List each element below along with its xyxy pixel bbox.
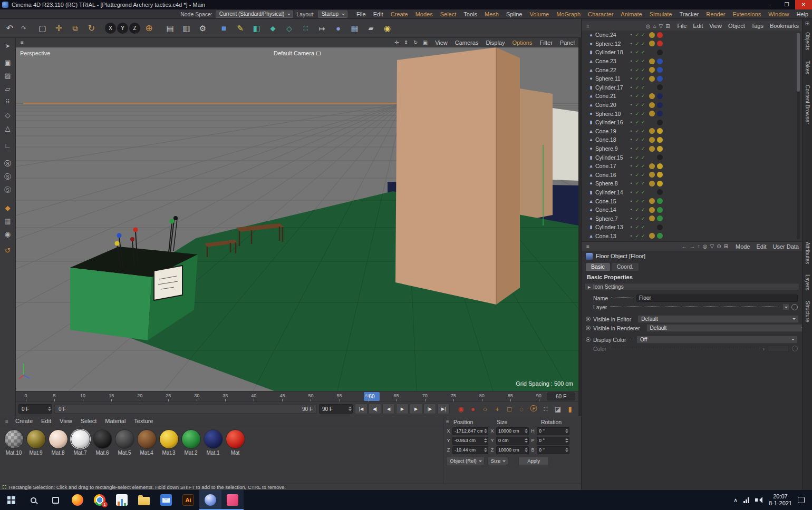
- object-row[interactable]: ▮ Cylinder.17 • ✓ ✓: [582, 83, 802, 92]
- material-tag-icon[interactable]: [657, 181, 663, 187]
- material-tag-icon[interactable]: [649, 163, 655, 169]
- visibility-dot-icon[interactable]: •: [628, 129, 634, 134]
- y-axis-lock-icon[interactable]: Y: [117, 23, 128, 34]
- visible-editor-toggle-icon[interactable]: [586, 317, 591, 321]
- taskbar-search-button[interactable]: [22, 490, 44, 510]
- object-row[interactable]: ● Sphere.11 • ✓ ✓: [582, 74, 802, 83]
- menu-character[interactable]: Character: [584, 9, 617, 19]
- visibility-dot-icon[interactable]: •: [628, 146, 634, 151]
- network-icon[interactable]: [743, 497, 749, 503]
- field-icon[interactable]: ↦: [314, 21, 330, 36]
- camera-label[interactable]: Default Camera: [16, 50, 578, 56]
- record-rotation-button[interactable]: ◌: [516, 404, 527, 414]
- enabled-check-icon[interactable]: ✓: [634, 199, 640, 204]
- visibility-dot-icon[interactable]: •: [628, 216, 634, 221]
- cinema4d-taskbar-app[interactable]: [199, 490, 221, 510]
- workplane-mode-icon[interactable]: ▱: [2, 83, 14, 94]
- position-field[interactable]: [452, 437, 488, 445]
- search-icon[interactable]: ◎: [646, 23, 651, 29]
- enabled-check-icon[interactable]: ✓: [634, 181, 640, 186]
- menu-window[interactable]: Window: [765, 9, 792, 19]
- enabled-check-icon[interactable]: ✓: [634, 41, 640, 46]
- visibility-dot-icon[interactable]: •: [628, 93, 634, 99]
- material-tag-icon[interactable]: [657, 215, 663, 221]
- move-tool-icon[interactable]: ✛: [51, 21, 66, 36]
- enabled-check-icon[interactable]: ✓: [634, 224, 640, 230]
- material-tile[interactable]: Mat.10: [3, 430, 24, 456]
- mat-menu-select[interactable]: Select: [76, 418, 101, 424]
- deform-check-icon[interactable]: ✓: [640, 216, 646, 221]
- divider-icon[interactable]: [211, 26, 215, 30]
- enabled-check-icon[interactable]: ✓: [634, 32, 640, 37]
- quantize-icon[interactable]: Ⓢ: [2, 172, 14, 182]
- deform-check-icon[interactable]: ✓: [640, 233, 646, 239]
- minimize-button[interactable]: –: [761, 0, 778, 9]
- deform-check-icon[interactable]: ✓: [640, 67, 646, 73]
- visibility-dot-icon[interactable]: •: [628, 111, 634, 116]
- enabled-check-icon[interactable]: ✓: [634, 146, 640, 151]
- object-row[interactable]: ▲ Cone.17 • ✓ ✓: [582, 162, 802, 171]
- notification-center-icon[interactable]: [798, 497, 805, 503]
- side-tab-layers[interactable]: Layers: [805, 273, 810, 292]
- mograph-cloner-icon[interactable]: ∷: [298, 21, 313, 36]
- om-menu-bookmarks[interactable]: Bookmarks: [767, 23, 802, 29]
- menu-modes[interactable]: Modes: [412, 9, 437, 19]
- record-scale-button[interactable]: □: [504, 404, 515, 414]
- menu-select[interactable]: Select: [437, 9, 460, 19]
- pan-view-icon[interactable]: ✛: [393, 40, 400, 45]
- menu-tracker[interactable]: Tracker: [675, 9, 702, 19]
- object-row[interactable]: ▮ Cylinder.15 • ✓ ✓: [582, 153, 802, 162]
- deform-check-icon[interactable]: ✓: [640, 41, 646, 46]
- menu-spline[interactable]: Spline: [502, 9, 526, 19]
- object-row[interactable]: ▲ Cone.21 • ✓ ✓: [582, 92, 802, 101]
- x-axis-lock-icon[interactable]: X: [105, 23, 116, 34]
- object-row[interactable]: ● Sphere.7 • ✓ ✓: [582, 214, 802, 223]
- visibility-dot-icon[interactable]: •: [628, 163, 634, 169]
- material-tag-icon[interactable]: [657, 233, 663, 239]
- render-picture-viewer-icon[interactable]: ▥: [179, 21, 194, 36]
- live-selection-icon[interactable]: ▢: [35, 21, 50, 36]
- mat-menu-material[interactable]: Material: [101, 418, 130, 424]
- material-tag-icon[interactable]: [649, 137, 655, 143]
- material-tile[interactable]: Mat.9: [25, 430, 46, 456]
- size-field[interactable]: [496, 446, 529, 454]
- play-button[interactable]: ▶: [396, 404, 409, 414]
- deform-check-icon[interactable]: ✓: [640, 207, 646, 212]
- add-cube-icon[interactable]: ■: [216, 21, 231, 36]
- visible-editor-select[interactable]: Default: [637, 315, 799, 323]
- menu-edit[interactable]: Edit: [370, 9, 387, 19]
- divider-icon[interactable]: [100, 26, 104, 30]
- side-tab-content-browser[interactable]: Content Browser: [805, 83, 810, 125]
- deform-check-icon[interactable]: ✓: [640, 199, 646, 204]
- simulate-icon[interactable]: ●: [331, 21, 346, 36]
- maximize-button[interactable]: ❐: [778, 0, 795, 9]
- file-explorer-app[interactable]: [133, 490, 155, 510]
- object-row[interactable]: ▲ Cone.23 • ✓ ✓: [582, 57, 802, 66]
- viewport-canvas[interactable]: Perspective Default Camera Grid Spacing …: [16, 47, 578, 391]
- divider-icon[interactable]: [158, 26, 161, 30]
- position-field[interactable]: [452, 446, 488, 454]
- object-row[interactable]: ● Sphere.8 • ✓ ✓: [582, 179, 802, 188]
- volume-builder-icon[interactable]: ◇: [282, 21, 297, 36]
- enable-axis-icon[interactable]: ∟: [2, 140, 14, 151]
- material-tile[interactable]: Mat: [225, 430, 246, 456]
- enabled-check-icon[interactable]: ✓: [634, 233, 640, 239]
- object-row[interactable]: ▲ Cone.24 • ✓ ✓: [582, 31, 802, 40]
- rotate-tool-icon[interactable]: ↻: [84, 21, 99, 36]
- pink-app[interactable]: [221, 490, 244, 510]
- object-row[interactable]: ▮ Cylinder.14 • ✓ ✓: [582, 188, 802, 197]
- material-tag-icon[interactable]: [657, 120, 663, 125]
- render-settings-icon[interactable]: ⚙: [195, 21, 210, 36]
- deform-check-icon[interactable]: ✓: [640, 129, 646, 134]
- material-tag-icon[interactable]: [657, 128, 663, 134]
- keyframe-bars-button[interactable]: ▮: [564, 404, 576, 414]
- undo-icon[interactable]: ↶: [2, 21, 17, 36]
- object-row[interactable]: ▮ Cylinder.18 • ✓ ✓: [582, 48, 802, 57]
- rotation-field[interactable]: [537, 446, 569, 454]
- deform-check-icon[interactable]: ✓: [640, 163, 646, 169]
- material-tag-icon[interactable]: [657, 32, 663, 38]
- visibility-dot-icon[interactable]: •: [628, 224, 634, 230]
- side-tab-attributes[interactable]: Attributes: [805, 240, 810, 266]
- z-axis-lock-icon[interactable]: Z: [129, 23, 140, 34]
- search-icon[interactable]: ◎: [703, 243, 708, 249]
